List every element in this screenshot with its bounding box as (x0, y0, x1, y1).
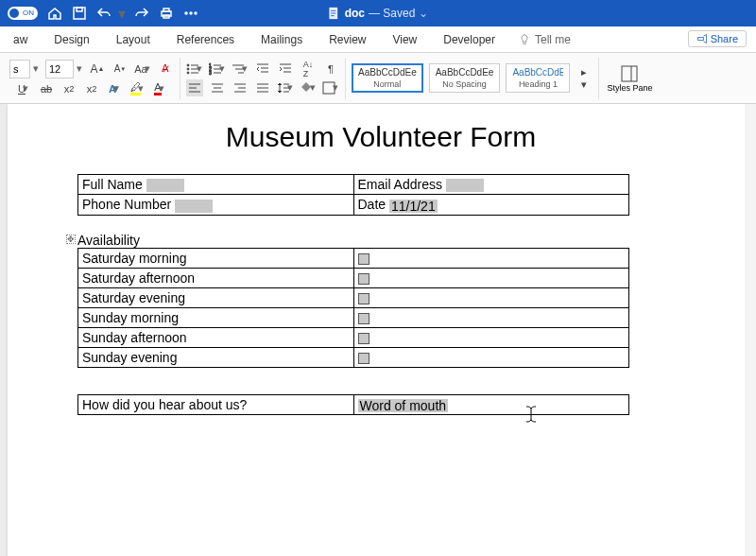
lightbulb-icon (518, 33, 531, 46)
style-no-spacing[interactable]: AaBbCcDdEe No Spacing (429, 63, 501, 93)
checkbox-sat-evening[interactable] (358, 293, 369, 304)
svg-point-9 (187, 64, 189, 66)
decrease-font-icon[interactable]: A▼ (112, 61, 129, 78)
borders-icon[interactable]: ▾ (322, 79, 339, 96)
share-icon (696, 33, 708, 44)
svg-rect-3 (163, 9, 169, 11)
svg-point-7 (195, 12, 197, 14)
tab-draw-cut[interactable]: aw (0, 26, 41, 53)
clear-format-icon[interactable]: A̷ (157, 61, 174, 78)
hear-about-table[interactable]: How did you hear about us? Word of mouth (77, 394, 629, 415)
checkbox-sun-morning[interactable] (358, 313, 369, 324)
font-name-caret-icon[interactable]: ▾ (33, 62, 40, 75)
numbering-icon[interactable]: 123▾ (209, 61, 226, 78)
email-field[interactable] (446, 179, 484, 192)
multilevel-icon[interactable]: ▾ (232, 61, 249, 78)
sort-icon[interactable]: A↓Z (300, 61, 317, 78)
bullets-icon[interactable]: ▾ (186, 61, 203, 78)
tab-view[interactable]: View (379, 26, 430, 53)
autosave-toggle[interactable]: ON (8, 7, 38, 20)
more-icon[interactable] (183, 6, 198, 21)
tab-layout[interactable]: Layout (103, 26, 163, 53)
outdent-icon[interactable] (254, 61, 271, 78)
undo-caret-icon[interactable]: ▾ (118, 6, 125, 21)
indent-icon[interactable] (277, 61, 294, 78)
hear-about-field[interactable]: Word of mouth (358, 399, 449, 412)
checkbox-sat-morning[interactable] (358, 253, 369, 265)
font-name-input[interactable] (9, 60, 30, 78)
change-case-icon[interactable]: Aa▾ (134, 61, 151, 78)
text-effects-icon[interactable]: A▾ (106, 80, 123, 97)
document-area[interactable]: Museum Volunteer Form Full Name Email Ad… (0, 104, 756, 556)
font-size-caret-icon[interactable]: ▾ (77, 62, 83, 75)
svg-point-5 (185, 12, 187, 14)
superscript-icon[interactable]: x2 (83, 80, 100, 97)
svg-rect-1 (77, 8, 82, 11)
styles-pane-icon (620, 64, 639, 83)
styles-pane-button[interactable]: Styles Pane (599, 64, 660, 93)
align-left-icon[interactable] (186, 79, 203, 96)
undo-icon[interactable] (96, 6, 112, 21)
pilcrow-icon[interactable]: ¶ (322, 61, 339, 78)
checkbox-sat-afternoon[interactable] (358, 273, 369, 285)
svg-point-13 (187, 72, 189, 74)
subscript-icon[interactable]: x2 (60, 80, 77, 97)
date-field[interactable]: 11/1/21 (389, 200, 438, 213)
tab-design[interactable]: Design (41, 26, 102, 53)
full-name-field[interactable] (146, 179, 184, 192)
home-icon[interactable] (47, 6, 62, 21)
style-heading-1[interactable]: AaBbCcDdEe Heading 1 (506, 63, 570, 93)
page-title[interactable]: Museum Volunteer Form (72, 121, 690, 153)
styles-gallery-caret-icon[interactable]: ▸▾ (576, 70, 593, 87)
justify-icon[interactable] (254, 79, 271, 96)
save-icon[interactable] (72, 6, 87, 21)
underline-icon[interactable]: U▾ (15, 80, 32, 97)
availability-heading[interactable]: Availability (77, 233, 690, 248)
line-spacing-icon[interactable]: ▾ (277, 79, 294, 96)
style-normal[interactable]: AaBbCcDdEe Normal (352, 63, 423, 93)
svg-rect-0 (74, 8, 85, 19)
svg-point-6 (190, 12, 192, 14)
font-color-icon[interactable]: A▾ (151, 80, 168, 97)
contact-table[interactable]: Full Name Email Address Phone Number Dat… (77, 174, 629, 216)
checkbox-sun-evening[interactable] (358, 353, 369, 364)
redo-icon[interactable] (134, 6, 149, 21)
align-right-icon[interactable] (232, 79, 249, 96)
shading-icon[interactable]: ▾ (300, 79, 317, 96)
highlight-icon[interactable]: 🖊▾ (129, 80, 146, 97)
share-button[interactable]: Share (688, 30, 747, 47)
strike-icon[interactable]: ab (38, 80, 55, 97)
word-doc-icon (328, 7, 341, 20)
svg-point-11 (187, 68, 189, 70)
tab-review[interactable]: Review (316, 26, 379, 53)
vertical-scrollbar[interactable] (745, 104, 756, 556)
align-center-icon[interactable] (209, 79, 226, 96)
document-page[interactable]: Museum Volunteer Form Full Name Email Ad… (8, 104, 747, 556)
print-icon[interactable] (159, 6, 174, 21)
tab-references[interactable]: References (163, 26, 248, 53)
phone-field[interactable] (175, 200, 213, 213)
tab-mailings[interactable]: Mailings (248, 26, 316, 53)
tab-developer[interactable]: Developer (430, 26, 508, 53)
font-size-input[interactable] (45, 60, 74, 78)
document-title[interactable]: doc — Saved ⌄ (328, 7, 429, 20)
tell-me[interactable]: Tell me (508, 33, 580, 46)
checkbox-sun-afternoon[interactable] (358, 333, 369, 344)
svg-text:3: 3 (209, 70, 212, 76)
availability-table[interactable]: Saturday morning Saturday afternoon Satu… (77, 248, 629, 368)
table-move-handle-icon[interactable]: ✥ (66, 235, 76, 244)
svg-rect-46 (622, 66, 637, 81)
increase-font-icon[interactable]: A▲ (89, 61, 106, 78)
